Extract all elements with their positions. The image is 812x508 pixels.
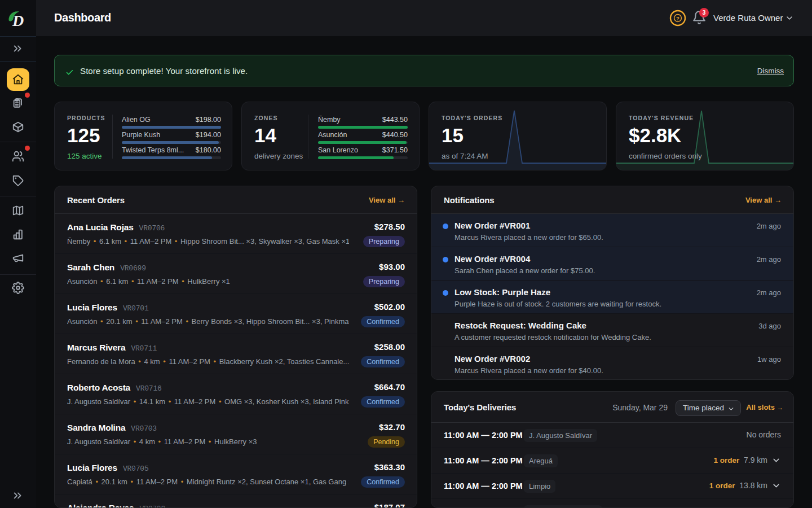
svg-text:D: D xyxy=(12,12,24,29)
svg-text:?: ? xyxy=(676,15,679,21)
